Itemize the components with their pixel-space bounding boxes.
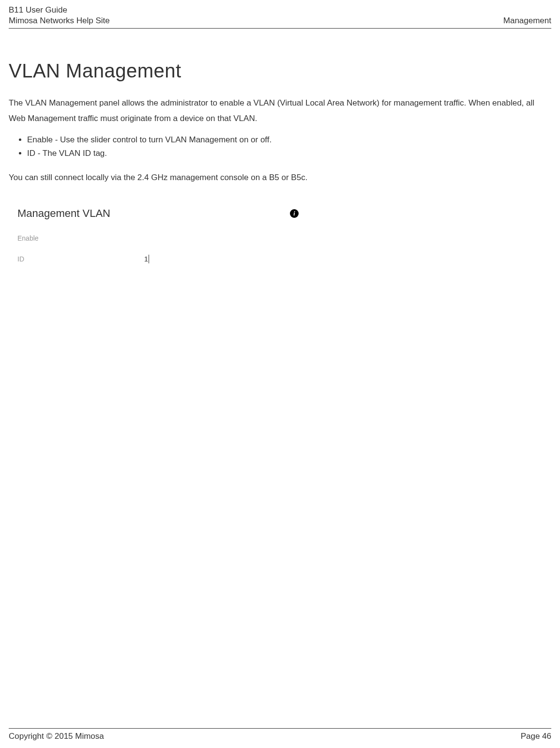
page-title: VLAN Management — [9, 60, 551, 82]
panel-header: Management VLAN i — [17, 207, 301, 220]
list-item: Enable - Use the slider control to turn … — [27, 134, 551, 146]
list-item: ID - The VLAN ID tag. — [27, 147, 551, 160]
info-icon[interactable]: i — [290, 209, 299, 218]
panel-title: Management VLAN — [17, 207, 110, 220]
id-input-wrap[interactable] — [118, 255, 149, 263]
id-input[interactable] — [118, 255, 148, 263]
page-header: B11 User Guide Mimosa Networks Help Site… — [9, 5, 551, 29]
copyright-text: Copyright © 2015 Mimosa — [9, 732, 104, 741]
doc-title: B11 User Guide — [9, 5, 110, 15]
id-field-row: ID — [17, 255, 301, 263]
enable-label: Enable — [17, 234, 118, 242]
enable-field-row: Enable — [17, 234, 301, 242]
header-left: B11 User Guide Mimosa Networks Help Site — [9, 5, 110, 26]
page-footer: Copyright © 2015 Mimosa Page 46 — [9, 728, 551, 748]
header-section: Management — [503, 15, 551, 26]
text-caret-icon — [149, 255, 149, 263]
management-vlan-panel: Management VLAN i Enable ID — [17, 207, 301, 263]
note-paragraph: You can still connect locally via the 2.… — [9, 171, 551, 184]
intro-paragraph: The VLAN Management panel allows the adm… — [9, 95, 551, 126]
feature-list: Enable - Use the slider control to turn … — [9, 134, 551, 160]
id-label: ID — [17, 255, 118, 263]
page-number: Page 46 — [521, 732, 551, 741]
page-content: VLAN Management The VLAN Management pane… — [9, 29, 551, 728]
site-name: Mimosa Networks Help Site — [9, 15, 110, 26]
